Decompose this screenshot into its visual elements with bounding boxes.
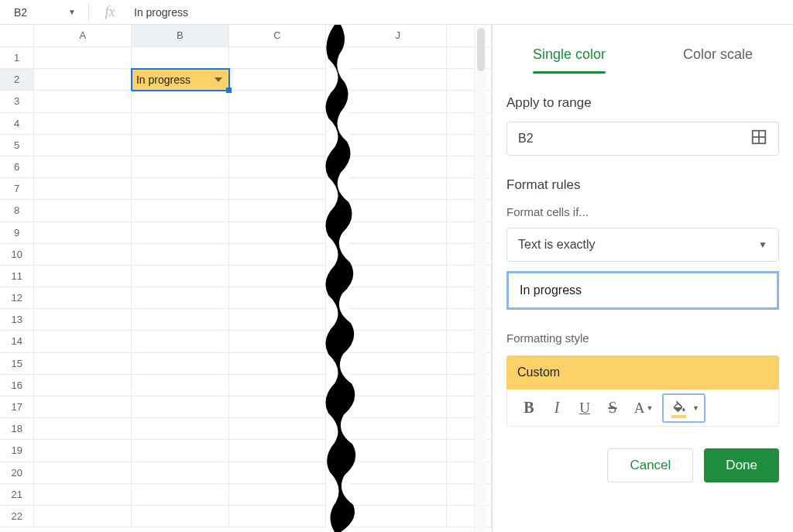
cell[interactable] — [229, 484, 327, 506]
row-header[interactable]: 16 — [0, 375, 34, 396]
cell[interactable] — [349, 287, 447, 309]
col-header-c[interactable]: C — [229, 25, 327, 46]
row-header[interactable]: 4 — [0, 113, 34, 135]
cell[interactable] — [132, 375, 229, 396]
cell[interactable] — [349, 418, 447, 440]
cell[interactable] — [349, 178, 447, 200]
cell[interactable] — [349, 113, 447, 135]
cell[interactable] — [132, 353, 229, 375]
cell[interactable] — [229, 113, 327, 135]
cell[interactable] — [349, 135, 447, 156]
cell[interactable] — [132, 418, 229, 440]
cancel-button[interactable]: Cancel — [607, 448, 693, 482]
cell[interactable] — [34, 440, 132, 462]
col-header-j[interactable]: J — [349, 25, 447, 46]
row-header[interactable]: 18 — [0, 418, 34, 440]
cell[interactable] — [229, 244, 327, 266]
cell[interactable] — [349, 353, 447, 375]
row-header[interactable]: 9 — [0, 222, 34, 244]
selection-handle[interactable] — [226, 88, 232, 93]
cell[interactable] — [229, 462, 327, 484]
formula-input[interactable] — [122, 4, 793, 21]
cell[interactable] — [34, 484, 132, 506]
cell[interactable] — [229, 91, 327, 112]
select-range-icon[interactable] — [750, 129, 767, 149]
cell[interactable] — [229, 440, 327, 462]
cell[interactable] — [349, 156, 447, 178]
row-header[interactable]: 8 — [0, 200, 34, 221]
cell[interactable] — [132, 266, 229, 287]
col-header-b[interactable]: B — [132, 25, 229, 46]
cell[interactable] — [132, 244, 229, 266]
cell[interactable] — [229, 156, 327, 178]
cell[interactable] — [349, 462, 447, 484]
cell[interactable] — [229, 200, 327, 221]
row-header[interactable]: 15 — [0, 353, 34, 375]
cell[interactable] — [132, 396, 229, 418]
scrollbar-thumb[interactable] — [477, 28, 485, 71]
row-header[interactable]: 20 — [0, 462, 34, 484]
done-button[interactable]: Done — [704, 448, 779, 482]
cell[interactable] — [132, 440, 229, 462]
cell[interactable] — [132, 200, 229, 221]
cell[interactable] — [229, 266, 327, 287]
tab-color-scale[interactable]: Color scale — [683, 43, 753, 74]
cell[interactable] — [132, 113, 229, 135]
row-header[interactable]: 13 — [0, 309, 34, 331]
cell[interactable] — [132, 222, 229, 244]
cell[interactable] — [34, 156, 132, 178]
cell[interactable] — [349, 309, 447, 331]
cell[interactable] — [349, 91, 447, 112]
select-all-corner[interactable] — [0, 25, 34, 46]
cell[interactable] — [34, 113, 132, 135]
name-box[interactable]: B2 ▼ — [9, 4, 79, 21]
cell[interactable] — [132, 309, 229, 331]
cell[interactable] — [132, 47, 229, 69]
cell[interactable] — [349, 244, 447, 266]
cell[interactable] — [349, 375, 447, 396]
cell[interactable] — [349, 506, 447, 527]
underline-button[interactable]: U — [572, 396, 597, 420]
cell[interactable] — [349, 69, 447, 91]
condition-dropdown[interactable]: Text is exactly ▼ — [506, 228, 779, 262]
col-header-a[interactable]: A — [34, 25, 132, 46]
cell[interactable] — [229, 396, 327, 418]
cell[interactable] — [34, 244, 132, 266]
strikethrough-button[interactable]: S — [600, 396, 625, 420]
italic-button[interactable]: I — [544, 396, 569, 420]
cell[interactable] — [229, 222, 327, 244]
cell[interactable] — [229, 47, 327, 69]
cell[interactable] — [349, 47, 447, 69]
row-header[interactable]: 22 — [0, 506, 34, 527]
cell[interactable] — [229, 69, 327, 91]
cell[interactable] — [229, 353, 327, 375]
row-header[interactable]: 17 — [0, 396, 34, 418]
row-header[interactable]: 11 — [0, 266, 34, 287]
cell[interactable] — [349, 222, 447, 244]
bold-button[interactable]: B — [517, 396, 541, 420]
row-header[interactable]: 5 — [0, 135, 34, 156]
cell[interactable] — [132, 506, 229, 527]
cell[interactable] — [34, 375, 132, 396]
cell[interactable] — [34, 309, 132, 331]
row-header[interactable]: 14 — [0, 331, 34, 352]
cell[interactable] — [34, 135, 132, 156]
cell[interactable] — [229, 375, 327, 396]
row-header[interactable]: 1 — [0, 47, 34, 69]
cell[interactable] — [132, 91, 229, 112]
cell[interactable] — [349, 200, 447, 221]
style-preview[interactable]: Custom — [506, 355, 779, 390]
cell[interactable] — [349, 331, 447, 352]
dropdown-caret-icon[interactable] — [215, 77, 222, 82]
cell[interactable] — [229, 418, 327, 440]
cell[interactable] — [34, 91, 132, 112]
cell[interactable] — [34, 200, 132, 221]
cell[interactable] — [34, 178, 132, 200]
cell[interactable] — [132, 484, 229, 506]
vertical-scrollbar[interactable] — [474, 25, 486, 532]
cell[interactable] — [132, 156, 229, 178]
cell[interactable] — [132, 462, 229, 484]
row-header[interactable]: 2 — [0, 69, 34, 91]
active-cell[interactable]: In progress — [132, 69, 229, 91]
row-header[interactable]: 19 — [0, 440, 34, 462]
